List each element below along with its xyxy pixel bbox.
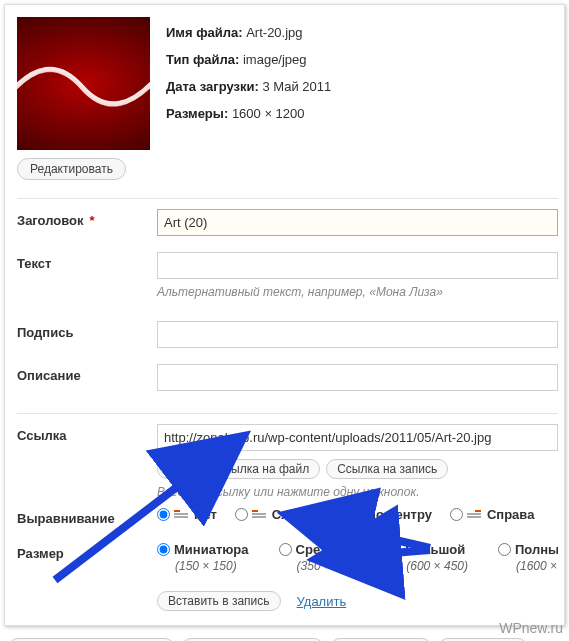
insert-into-post-button[interactable]: Вставить в запись: [157, 591, 281, 611]
link-post-button[interactable]: Ссылка на запись: [326, 459, 448, 479]
align-right-radio[interactable]: Справа: [450, 507, 534, 522]
size-label: Размер: [17, 542, 157, 561]
link-label: Ссылка: [17, 424, 157, 443]
divider: [17, 198, 558, 199]
divider: [17, 413, 558, 414]
align-left-icon: [252, 510, 266, 520]
align-none-radio[interactable]: Нет: [157, 507, 217, 522]
edit-image-button[interactable]: Редактировать: [17, 158, 126, 180]
align-right-icon: [467, 510, 481, 520]
description-label: Описание: [17, 364, 157, 383]
align-left-radio[interactable]: Слева: [235, 507, 312, 522]
media-edit-panel: Имя файла: Art-20.jpg Тип файла: image/j…: [4, 4, 565, 626]
alt-label: Текст: [17, 252, 157, 271]
description-input[interactable]: [157, 364, 558, 391]
alt-hint: Альтернативный текст, например, «Мона Ли…: [157, 285, 558, 299]
delete-button[interactable]: Удалить: [289, 592, 355, 611]
attachment-thumbnail: [17, 17, 150, 150]
link-file-button[interactable]: Ссылка на файл: [205, 459, 320, 479]
alt-input[interactable]: [157, 252, 558, 279]
title-label: Заголовок*: [17, 209, 157, 228]
align-center-radio[interactable]: По центру: [330, 507, 432, 522]
link-hint: Введите ссылку или нажмите одну из кнопо…: [157, 485, 558, 499]
bottom-toolbar: Сохранить все изменения Insert selected …: [0, 630, 569, 641]
size-medium-radio[interactable]: Средний (350 × 262): [279, 542, 359, 573]
attachment-meta: Имя файла: Art-20.jpg Тип файла: image/j…: [166, 17, 331, 150]
size-full-radio[interactable]: Полный (1600 × 1200): [498, 542, 558, 573]
caption-input[interactable]: [157, 321, 558, 348]
size-large-radio[interactable]: Большой (600 × 450): [388, 542, 468, 573]
link-none-button[interactable]: Нет: [157, 459, 199, 479]
caption-label: Подпись: [17, 321, 157, 340]
align-center-icon: [347, 510, 361, 520]
align-label: Выравнивание: [17, 507, 157, 526]
size-thumbnail-radio[interactable]: Миниатюра (150 × 150): [157, 542, 249, 573]
title-input[interactable]: [157, 209, 558, 236]
link-url-input[interactable]: [157, 424, 558, 451]
align-none-icon: [174, 510, 188, 520]
